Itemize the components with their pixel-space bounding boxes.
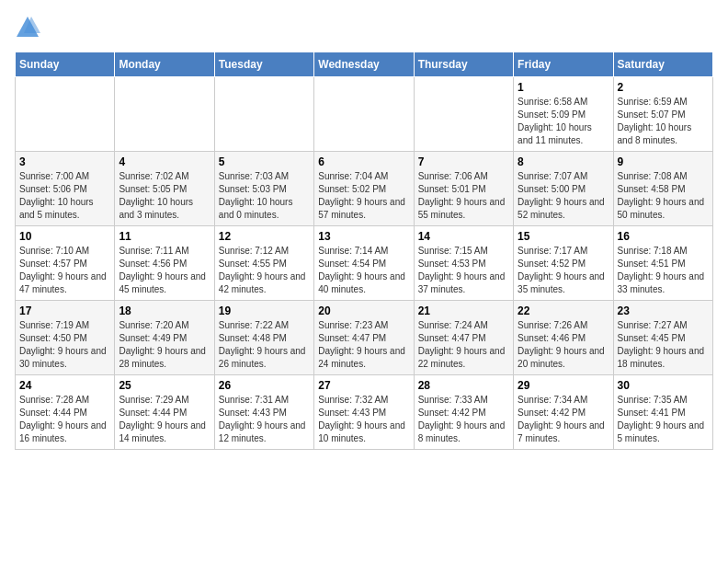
calendar-cell: 8Sunrise: 7:07 AM Sunset: 5:00 PM Daylig… <box>514 152 613 226</box>
calendar-cell: 2Sunrise: 6:59 AM Sunset: 5:07 PM Daylig… <box>613 77 712 152</box>
day-info: Sunrise: 7:35 AM Sunset: 4:41 PM Dayligh… <box>618 394 709 445</box>
day-info: Sunrise: 7:03 AM Sunset: 5:03 PM Dayligh… <box>219 170 310 222</box>
calendar-cell: 22Sunrise: 7:26 AM Sunset: 4:46 PM Dayli… <box>514 301 613 375</box>
day-info: Sunrise: 7:08 AM Sunset: 4:58 PM Dayligh… <box>618 170 709 222</box>
calendar-cell: 26Sunrise: 7:31 AM Sunset: 4:43 PM Dayli… <box>214 375 313 450</box>
calendar-cell: 12Sunrise: 7:12 AM Sunset: 4:55 PM Dayli… <box>214 226 313 301</box>
calendar-cell: 4Sunrise: 7:02 AM Sunset: 5:05 PM Daylig… <box>115 152 214 226</box>
calendar-cell: 1Sunrise: 6:58 AM Sunset: 5:09 PM Daylig… <box>514 77 613 152</box>
logo-lockup <box>15 15 44 40</box>
calendar-cell: 11Sunrise: 7:11 AM Sunset: 4:56 PM Dayli… <box>115 226 214 301</box>
day-number: 21 <box>418 304 509 317</box>
calendar-cell: 9Sunrise: 7:08 AM Sunset: 4:58 PM Daylig… <box>613 152 712 226</box>
day-number: 5 <box>219 155 310 168</box>
day-number: 23 <box>618 304 709 317</box>
logo <box>15 15 44 40</box>
day-info: Sunrise: 6:59 AM Sunset: 5:07 PM Dayligh… <box>618 96 709 147</box>
day-info: Sunrise: 7:12 AM Sunset: 4:55 PM Dayligh… <box>219 245 310 296</box>
day-number: 24 <box>19 379 110 392</box>
calendar-week-2: 3Sunrise: 7:00 AM Sunset: 5:06 PM Daylig… <box>16 152 713 226</box>
calendar-cell: 28Sunrise: 7:33 AM Sunset: 4:42 PM Dayli… <box>414 375 513 450</box>
calendar-table: SundayMondayTuesdayWednesdayThursdayFrid… <box>15 52 713 450</box>
day-number: 14 <box>418 230 509 243</box>
calendar-cell: 29Sunrise: 7:34 AM Sunset: 4:42 PM Dayli… <box>514 375 613 450</box>
calendar-cell: 14Sunrise: 7:15 AM Sunset: 4:53 PM Dayli… <box>414 226 513 301</box>
day-info: Sunrise: 7:24 AM Sunset: 4:47 PM Dayligh… <box>418 319 509 371</box>
logo-icon <box>15 15 40 40</box>
day-info: Sunrise: 7:20 AM Sunset: 4:49 PM Dayligh… <box>119 319 210 371</box>
calendar-cell: 17Sunrise: 7:19 AM Sunset: 4:50 PM Dayli… <box>16 301 115 375</box>
calendar-cell: 21Sunrise: 7:24 AM Sunset: 4:47 PM Dayli… <box>414 301 513 375</box>
day-number: 13 <box>318 230 409 243</box>
day-info: Sunrise: 6:58 AM Sunset: 5:09 PM Dayligh… <box>518 96 609 147</box>
day-info: Sunrise: 7:29 AM Sunset: 4:44 PM Dayligh… <box>119 394 210 445</box>
calendar-header-row: SundayMondayTuesdayWednesdayThursdayFrid… <box>16 52 713 77</box>
calendar-cell: 27Sunrise: 7:32 AM Sunset: 4:43 PM Dayli… <box>314 375 414 450</box>
calendar-week-5: 24Sunrise: 7:28 AM Sunset: 4:44 PM Dayli… <box>16 375 713 450</box>
day-header-thursday: Thursday <box>414 52 513 77</box>
calendar-cell: 5Sunrise: 7:03 AM Sunset: 5:03 PM Daylig… <box>214 152 313 226</box>
day-header-friday: Friday <box>514 52 613 77</box>
day-number: 9 <box>618 155 709 168</box>
day-number: 7 <box>418 155 509 168</box>
calendar-week-3: 10Sunrise: 7:10 AM Sunset: 4:57 PM Dayli… <box>16 226 713 301</box>
day-number: 25 <box>119 379 210 392</box>
day-info: Sunrise: 7:06 AM Sunset: 5:01 PM Dayligh… <box>418 170 509 222</box>
day-info: Sunrise: 7:27 AM Sunset: 4:45 PM Dayligh… <box>618 319 709 371</box>
day-number: 6 <box>318 155 409 168</box>
calendar-cell <box>214 77 313 152</box>
day-info: Sunrise: 7:32 AM Sunset: 4:43 PM Dayligh… <box>318 394 409 445</box>
day-number: 19 <box>219 304 310 317</box>
calendar-cell <box>16 77 115 152</box>
day-number: 12 <box>219 230 310 243</box>
day-info: Sunrise: 7:10 AM Sunset: 4:57 PM Dayligh… <box>19 245 110 296</box>
day-info: Sunrise: 7:07 AM Sunset: 5:00 PM Dayligh… <box>518 170 609 222</box>
day-header-sunday: Sunday <box>16 52 115 77</box>
day-info: Sunrise: 7:26 AM Sunset: 4:46 PM Dayligh… <box>518 319 609 371</box>
calendar-cell: 20Sunrise: 7:23 AM Sunset: 4:47 PM Dayli… <box>314 301 414 375</box>
day-number: 27 <box>318 379 409 392</box>
calendar-cell: 3Sunrise: 7:00 AM Sunset: 5:06 PM Daylig… <box>16 152 115 226</box>
day-info: Sunrise: 7:28 AM Sunset: 4:44 PM Dayligh… <box>19 394 110 445</box>
day-number: 3 <box>19 155 110 168</box>
day-info: Sunrise: 7:00 AM Sunset: 5:06 PM Dayligh… <box>19 170 110 222</box>
calendar-cell: 19Sunrise: 7:22 AM Sunset: 4:48 PM Dayli… <box>214 301 313 375</box>
day-header-tuesday: Tuesday <box>214 52 313 77</box>
day-info: Sunrise: 7:23 AM Sunset: 4:47 PM Dayligh… <box>318 319 409 371</box>
day-info: Sunrise: 7:33 AM Sunset: 4:42 PM Dayligh… <box>418 394 509 445</box>
calendar-cell: 7Sunrise: 7:06 AM Sunset: 5:01 PM Daylig… <box>414 152 513 226</box>
calendar-cell: 23Sunrise: 7:27 AM Sunset: 4:45 PM Dayli… <box>613 301 712 375</box>
day-number: 15 <box>518 230 609 243</box>
day-info: Sunrise: 7:31 AM Sunset: 4:43 PM Dayligh… <box>219 394 310 445</box>
day-number: 20 <box>318 304 409 317</box>
day-number: 4 <box>119 155 210 168</box>
day-header-monday: Monday <box>115 52 214 77</box>
calendar-cell <box>115 77 214 152</box>
day-info: Sunrise: 7:22 AM Sunset: 4:48 PM Dayligh… <box>219 319 310 371</box>
day-number: 22 <box>518 304 609 317</box>
calendar-week-4: 17Sunrise: 7:19 AM Sunset: 4:50 PM Dayli… <box>16 301 713 375</box>
calendar-cell: 16Sunrise: 7:18 AM Sunset: 4:51 PM Dayli… <box>613 226 712 301</box>
day-number: 26 <box>219 379 310 392</box>
day-info: Sunrise: 7:04 AM Sunset: 5:02 PM Dayligh… <box>318 170 409 222</box>
calendar-cell: 15Sunrise: 7:17 AM Sunset: 4:52 PM Dayli… <box>514 226 613 301</box>
calendar-cell: 25Sunrise: 7:29 AM Sunset: 4:44 PM Dayli… <box>115 375 214 450</box>
day-info: Sunrise: 7:15 AM Sunset: 4:53 PM Dayligh… <box>418 245 509 296</box>
day-info: Sunrise: 7:11 AM Sunset: 4:56 PM Dayligh… <box>119 245 210 296</box>
day-header-wednesday: Wednesday <box>314 52 414 77</box>
day-info: Sunrise: 7:18 AM Sunset: 4:51 PM Dayligh… <box>618 245 709 296</box>
day-number: 29 <box>518 379 609 392</box>
day-number: 30 <box>618 379 709 392</box>
calendar-cell <box>414 77 513 152</box>
day-info: Sunrise: 7:19 AM Sunset: 4:50 PM Dayligh… <box>19 319 110 371</box>
calendar-cell: 6Sunrise: 7:04 AM Sunset: 5:02 PM Daylig… <box>314 152 414 226</box>
calendar-cell: 13Sunrise: 7:14 AM Sunset: 4:54 PM Dayli… <box>314 226 414 301</box>
page-header <box>15 15 713 40</box>
calendar-cell: 18Sunrise: 7:20 AM Sunset: 4:49 PM Dayli… <box>115 301 214 375</box>
day-number: 18 <box>119 304 210 317</box>
calendar-cell: 30Sunrise: 7:35 AM Sunset: 4:41 PM Dayli… <box>613 375 712 450</box>
day-header-saturday: Saturday <box>613 52 712 77</box>
calendar-cell: 24Sunrise: 7:28 AM Sunset: 4:44 PM Dayli… <box>16 375 115 450</box>
day-number: 16 <box>618 230 709 243</box>
calendar-week-1: 1Sunrise: 6:58 AM Sunset: 5:09 PM Daylig… <box>16 77 713 152</box>
